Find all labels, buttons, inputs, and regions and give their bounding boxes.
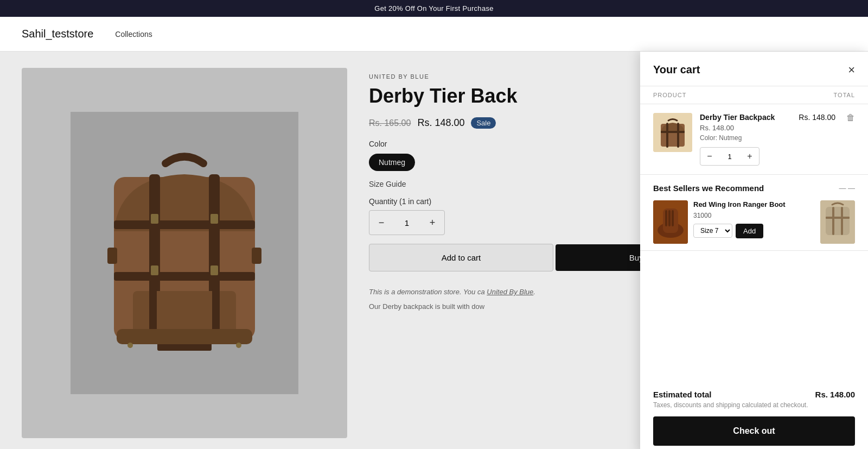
cart-qty-control: − 1 + — [700, 147, 760, 166]
store-name: Sahil_teststore — [22, 28, 93, 40]
rec-item-price: 31000 — [693, 212, 814, 219]
svg-rect-15 — [252, 248, 261, 264]
best-sellers-section: Best Sellers we Recommend — — — [640, 175, 868, 251]
best-sellers-header: Best Sellers we Recommend — — — [653, 184, 855, 193]
qty-decrease-button[interactable]: − — [369, 211, 393, 235]
checkout-button[interactable]: Check out — [653, 416, 855, 446]
sale-badge: Sale — [471, 117, 496, 129]
cart-header: Your cart × — [640, 52, 868, 86]
cart-qty-increase[interactable]: + — [741, 148, 759, 165]
header: Sahil_teststore Collections — [0, 17, 868, 52]
svg-rect-32 — [832, 207, 834, 235]
estimated-total-label: Estimated total — [653, 390, 712, 399]
page-wrapper: UNITED BY BLUE Derby Tier Back Rs. 165.0… — [0, 52, 868, 449]
svg-rect-7 — [210, 214, 218, 224]
quantity-control: − 1 + — [369, 210, 445, 235]
svg-rect-29 — [672, 210, 674, 226]
announcement-bar: Get 20% Off On Your First Purchase — [0, 0, 868, 17]
recommended-items: Red Wing Iron Ranger Boot 31000 Size 7 6… — [653, 200, 855, 244]
announcement-text: Get 20% Off On Your First Purchase — [374, 4, 494, 12]
svg-rect-4 — [114, 220, 255, 229]
best-sellers-title: Best Sellers we Recommend — [653, 184, 764, 193]
close-cart-button[interactable]: × — [848, 64, 855, 76]
svg-rect-16 — [117, 329, 252, 344]
svg-rect-34 — [826, 217, 850, 219]
demo-text: This is a demonstration store. You ca Un… — [369, 287, 542, 298]
tax-note: Taxes, discounts and shipping calculated… — [653, 401, 855, 409]
svg-rect-10 — [133, 291, 236, 334]
nav-collections[interactable]: Collections — [115, 30, 152, 39]
svg-rect-31 — [826, 207, 850, 235]
svg-rect-21 — [666, 123, 668, 148]
united-by-blue-link[interactable]: United By Blue — [487, 288, 533, 296]
svg-rect-27 — [665, 210, 667, 226]
delete-item-icon[interactable]: 🗑 — [846, 113, 855, 123]
svg-point-18 — [236, 343, 241, 348]
cart-item-image — [653, 113, 692, 152]
cart-item-name: Derby Tier Backpack — [700, 113, 787, 122]
color-swatch-nutmeg[interactable]: Nutmeg — [369, 154, 415, 171]
rec-item-2-thumbnail — [820, 200, 855, 244]
cart-footer: Estimated total Rs. 148.00 Taxes, discou… — [640, 381, 868, 449]
add-to-cart-button[interactable]: Add to cart — [369, 244, 553, 271]
svg-rect-33 — [841, 207, 843, 235]
rec-item-info: Red Wing Iron Ranger Boot 31000 Size 7 6… — [693, 200, 814, 238]
svg-point-17 — [127, 343, 133, 348]
svg-rect-6 — [151, 214, 158, 224]
svg-rect-9 — [210, 265, 218, 275]
rec-item-name: Red Wing Iron Ranger Boot — [693, 200, 814, 210]
svg-rect-14 — [107, 248, 117, 264]
svg-rect-5 — [114, 272, 255, 281]
cart-item-total: Rs. 148.00 — [799, 113, 835, 122]
qty-increase-button[interactable]: + — [420, 211, 444, 235]
product-image — [71, 112, 298, 394]
estimated-total-amount: Rs. 148.00 — [815, 390, 855, 399]
collapse-icons[interactable]: — — — [839, 184, 855, 192]
cart-columns: PRODUCT TOTAL — [640, 86, 868, 104]
rec-size-row: Size 7 6 8 9 10 Add — [693, 224, 814, 238]
size-select[interactable]: Size 7 6 8 9 10 — [693, 224, 732, 238]
cart-item-price: Rs. 148.00 — [700, 124, 787, 132]
sale-price: Rs. 148.00 — [417, 117, 464, 129]
total-column-label: TOTAL — [834, 92, 855, 98]
cart-item-thumbnail — [653, 113, 692, 152]
product-image-area — [22, 68, 347, 438]
product-column-label: PRODUCT — [653, 92, 686, 98]
add-recommended-button[interactable]: Add — [736, 224, 763, 238]
cart-qty-value: 1 — [719, 153, 741, 161]
cart-qty-decrease[interactable]: − — [700, 148, 719, 165]
rec-item-boot-thumbnail — [653, 200, 688, 244]
svg-rect-23 — [661, 131, 685, 133]
cart-item: Derby Tier Backpack Rs. 148.00 Color: Nu… — [640, 104, 868, 175]
product-description: Our Derby backpack is built with dow — [369, 302, 542, 311]
original-price: Rs. 165.00 — [369, 118, 411, 128]
cart-panel: Your cart × PRODUCT TOTAL — [640, 52, 868, 449]
estimated-total-row: Estimated total Rs. 148.00 — [653, 390, 855, 399]
cart-item-color: Color: Nutmeg — [700, 134, 787, 142]
rec-item-boot: Red Wing Iron Ranger Boot 31000 Size 7 6… — [653, 200, 814, 244]
qty-value: 1 — [393, 218, 420, 227]
svg-rect-22 — [677, 123, 679, 148]
svg-rect-28 — [668, 210, 671, 226]
cart-title: Your cart — [653, 64, 700, 76]
svg-rect-8 — [151, 265, 158, 275]
cart-item-info: Derby Tier Backpack Rs. 148.00 Color: Nu… — [700, 113, 787, 166]
